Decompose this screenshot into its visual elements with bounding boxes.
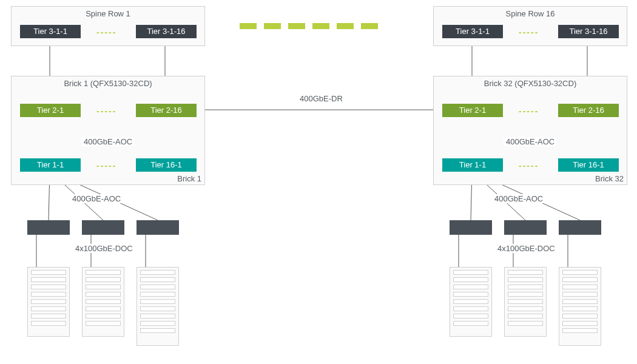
server-rack bbox=[136, 267, 179, 346]
server-rack bbox=[504, 267, 547, 337]
ellipsis-icon: ----- bbox=[96, 27, 116, 37]
server-rack bbox=[559, 267, 601, 346]
tor-switch bbox=[82, 220, 124, 235]
tier1-node: Tier 1-1 bbox=[442, 158, 503, 172]
tor-switch bbox=[559, 220, 601, 235]
ellipsis-bars-icon bbox=[240, 23, 378, 30]
ellipsis-icon: ----- bbox=[519, 161, 539, 170]
brick-left: Brick 1 (QFX5130-32CD) Tier 2-1 ----- Ti… bbox=[11, 76, 205, 185]
link-label-dr: 400GbE-DR bbox=[297, 94, 345, 103]
tier1-node: Tier 16-1 bbox=[136, 158, 197, 172]
tier2-node: Tier 2-1 bbox=[20, 104, 81, 117]
server-rack bbox=[82, 267, 124, 337]
brick-right-title: Brick 32 (QFX5130-32CD) bbox=[434, 79, 627, 88]
link-label: 400GbE-AOC bbox=[70, 194, 123, 203]
tier2-node: Tier 2-1 bbox=[442, 104, 503, 117]
link-label: 4x100GbE-DOC bbox=[73, 244, 135, 253]
server-rack bbox=[27, 267, 70, 337]
tor-switch bbox=[136, 220, 179, 235]
tor-switch bbox=[27, 220, 70, 235]
link-label: 400GbE-AOC bbox=[492, 194, 545, 203]
ellipsis-icon: ----- bbox=[519, 27, 539, 37]
ellipsis-icon: ----- bbox=[96, 161, 116, 170]
server-rack bbox=[450, 267, 492, 337]
link-label: 400GbE-AOC bbox=[504, 137, 557, 146]
spine-row-left-title: Spine Row 1 bbox=[12, 9, 204, 18]
spine-row-right-title: Spine Row 16 bbox=[434, 9, 627, 18]
ellipsis-icon: ----- bbox=[96, 106, 116, 116]
tier3-node: Tier 3-1-1 bbox=[442, 25, 503, 38]
brick-left-title: Brick 1 (QFX5130-32CD) bbox=[12, 79, 204, 88]
tier3-node: Tier 3-1-16 bbox=[558, 25, 619, 38]
link-label: 4x100GbE-DOC bbox=[495, 244, 558, 253]
spine-row-left: Spine Row 1 Tier 3-1-1 ----- Tier 3-1-16 bbox=[11, 6, 205, 46]
tier2-node: Tier 2-16 bbox=[136, 104, 197, 117]
brick-right: Brick 32 (QFX5130-32CD) Tier 2-1 ----- T… bbox=[433, 76, 627, 185]
tier1-node: Tier 16-1 bbox=[558, 158, 619, 172]
link-label: 400GbE-AOC bbox=[81, 137, 135, 146]
tier3-node: Tier 3-1-16 bbox=[136, 25, 197, 38]
spine-row-right: Spine Row 16 Tier 3-1-1 ----- Tier 3-1-1… bbox=[433, 6, 627, 46]
tor-switch bbox=[450, 220, 492, 235]
brick-corner-label: Brick 32 bbox=[595, 174, 624, 183]
tier3-node: Tier 3-1-1 bbox=[20, 25, 81, 38]
tier1-node: Tier 1-1 bbox=[20, 158, 81, 172]
tier2-node: Tier 2-16 bbox=[558, 104, 619, 117]
ellipsis-icon: ----- bbox=[519, 106, 539, 116]
brick-corner-label: Brick 1 bbox=[177, 174, 201, 183]
tor-switch bbox=[504, 220, 547, 235]
